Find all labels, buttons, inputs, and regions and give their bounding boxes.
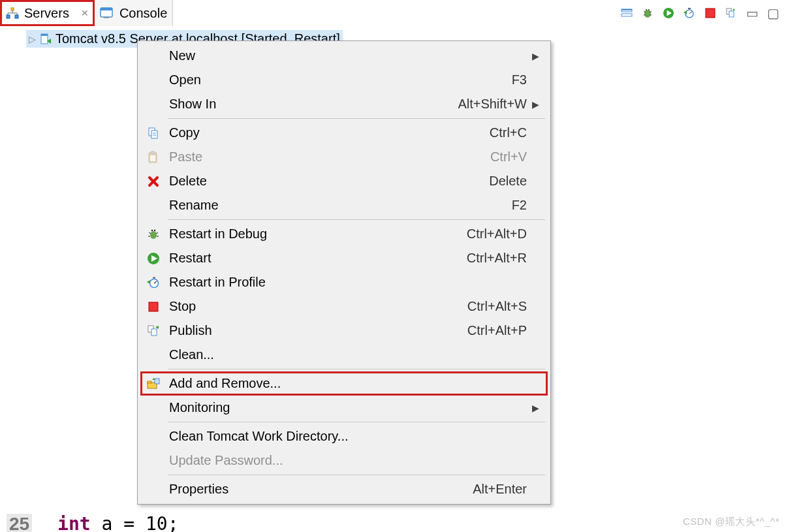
svg-point-48: [154, 229, 155, 230]
publish-icon[interactable]: [725, 7, 738, 20]
run-icon[interactable]: [662, 7, 675, 20]
menu-separator: [168, 219, 545, 220]
watermark: CSDN @瑶大头*^_^*: [683, 516, 779, 528]
svg-marker-54: [147, 280, 150, 284]
server-icon: [40, 33, 52, 46]
svg-rect-28: [729, 11, 734, 17]
svg-point-47: [151, 229, 153, 230]
menu-separator: [168, 475, 545, 475]
svg-point-19: [648, 9, 650, 10]
svg-rect-57: [151, 329, 157, 336]
svg-rect-60: [148, 381, 151, 383]
tab-console-label: Console: [119, 6, 167, 21]
stop-icon: [144, 300, 163, 313]
chevron-right-icon: ▶: [531, 51, 540, 61]
chevron-right-icon: ▶: [531, 403, 540, 413]
svg-rect-8: [101, 8, 112, 10]
chevron-right-icon: ▶: [531, 99, 540, 110]
svg-rect-61: [155, 379, 159, 384]
svg-rect-26: [706, 8, 715, 18]
svg-rect-31: [41, 34, 48, 36]
menu-separator: [168, 118, 545, 119]
menu-open[interactable]: Open F3: [140, 68, 548, 92]
copy-icon: [144, 127, 163, 140]
svg-rect-55: [149, 302, 158, 311]
add-remove-icon: [144, 377, 163, 390]
svg-rect-34: [151, 131, 157, 138]
expand-icon[interactable]: ▷: [29, 34, 36, 44]
svg-rect-24: [688, 8, 691, 9]
menu-publish[interactable]: Publish Ctrl+Alt+P: [140, 319, 548, 343]
menu-clean-work[interactable]: Clean Tomcat Work Directory...: [140, 424, 548, 448]
stop-icon[interactable]: [704, 7, 717, 20]
menu-properties[interactable]: Properties Alt+Enter: [140, 477, 548, 501]
maximize-icon[interactable]: ▢: [766, 7, 779, 20]
editor-fragment: 25 int a = 10;: [7, 513, 179, 532]
svg-rect-11: [621, 14, 632, 16]
menu-add-remove[interactable]: Add and Remove...: [140, 371, 548, 396]
publish-icon: [144, 324, 163, 337]
context-menu: New ▶ Open F3 Show In Alt+Shift+W ▶ Copy…: [137, 40, 551, 505]
svg-rect-38: [151, 151, 155, 154]
menu-clean[interactable]: Clean...: [140, 343, 548, 367]
svg-rect-39: [150, 155, 155, 161]
menu-restart-profile[interactable]: Restart in Profile: [140, 270, 548, 294]
menu-stop[interactable]: Stop Ctrl+Alt+S: [140, 294, 548, 319]
menu-copy[interactable]: Copy Ctrl+C: [140, 121, 548, 145]
menu-update-password: Update Password...: [140, 448, 548, 473]
svg-rect-53: [153, 277, 155, 278]
tab-servers[interactable]: Servers ✕: [0, 0, 95, 26]
menu-new[interactable]: New ▶: [140, 44, 548, 68]
tab-bar: Servers ✕ Console ▭: [0, 0, 786, 26]
menu-restart-debug[interactable]: Restart in Debug Ctrl+Alt+D: [140, 222, 548, 246]
svg-marker-29: [732, 8, 734, 11]
debug-icon: [144, 228, 163, 241]
svg-rect-0: [11, 8, 14, 10]
paste-icon: [144, 151, 163, 164]
view-toolbar: ▭ ▢: [620, 0, 786, 26]
debug-icon[interactable]: [641, 7, 654, 20]
menu-rename[interactable]: Rename F2: [140, 193, 548, 217]
close-icon[interactable]: ✕: [81, 8, 89, 18]
menu-separator: [168, 422, 545, 422]
menu-delete[interactable]: Delete Delete: [140, 169, 548, 193]
svg-point-18: [646, 9, 647, 10]
menu-showin[interactable]: Show In Alt+Shift+W ▶: [140, 92, 548, 116]
menu-separator: [168, 369, 545, 369]
profile-icon: [144, 276, 163, 289]
menu-monitoring[interactable]: Monitoring ▶: [140, 396, 548, 420]
menu-restart[interactable]: Restart Ctrl+Alt+R: [140, 246, 548, 270]
svg-rect-12: [621, 9, 632, 10]
svg-rect-5: [7, 15, 10, 18]
svg-marker-58: [155, 326, 159, 329]
svg-point-42: [150, 231, 157, 239]
menu-paste: Paste Ctrl+V: [140, 145, 548, 169]
svg-point-13: [644, 10, 651, 18]
minimize-icon[interactable]: ▭: [746, 7, 759, 20]
flat-layout-icon[interactable]: [620, 7, 633, 20]
svg-line-44: [156, 232, 158, 234]
profile-icon[interactable]: [683, 7, 696, 20]
run-icon: [144, 252, 163, 265]
tab-servers-label: Servers: [24, 6, 69, 21]
servers-icon: [6, 7, 19, 19]
svg-rect-6: [15, 15, 18, 18]
delete-icon: [144, 175, 163, 188]
svg-line-43: [149, 232, 151, 234]
tab-console[interactable]: Console: [95, 0, 173, 26]
console-icon: [100, 7, 114, 19]
svg-rect-9: [104, 17, 109, 18]
